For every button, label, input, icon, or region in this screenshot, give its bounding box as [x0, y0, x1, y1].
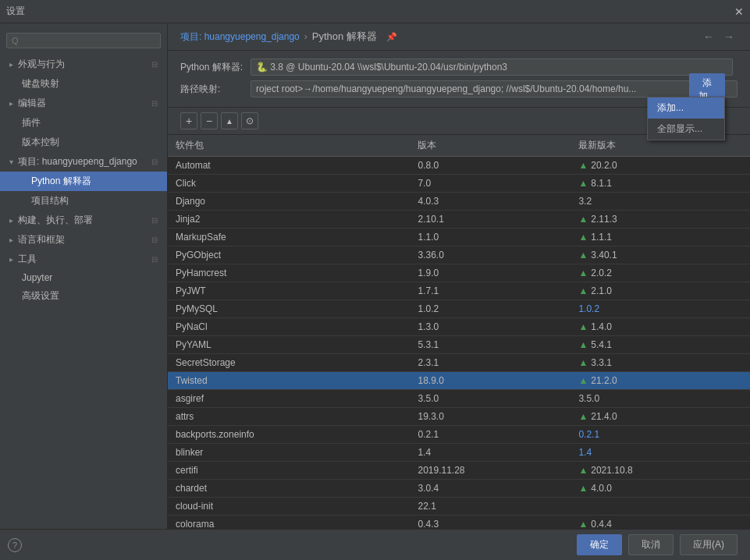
interpreter-label: Python 解释器: [180, 61, 251, 74]
dropdown-add[interactable]: 添加... [648, 97, 724, 119]
table-row[interactable]: Twisted 18.9.0 ▲21.2.0 [168, 372, 750, 390]
path-input[interactable] [251, 80, 738, 97]
pkg-version: 19.3.0 [410, 408, 570, 426]
pkg-name: attrs [168, 408, 410, 426]
nav-forward-button[interactable]: → [720, 30, 738, 43]
table-row[interactable]: attrs 19.3.0 ▲21.4.0 [168, 408, 750, 426]
table-row[interactable]: colorama 0.4.3 ▲0.4.4 [168, 516, 750, 530]
sidebar-item-editor[interactable]: ▸编辑器⊟ [0, 94, 167, 113]
pkg-version: 3.36.0 [410, 246, 570, 264]
pkg-version: 3.0.4 [410, 480, 570, 498]
table-row[interactable]: cloud-init 22.1 [168, 498, 750, 516]
table-row[interactable]: Automat 0.8.0 ▲20.2.0 [168, 157, 750, 175]
help-icon[interactable]: ? [8, 538, 22, 552]
pkg-version: 4.0.3 [410, 193, 570, 211]
pkg-latest: ▲8.1.1 [570, 175, 750, 193]
show-details-button[interactable]: ⊙ [241, 112, 258, 129]
pkg-latest: 1.4 [570, 444, 750, 462]
sidebar-item-vcs[interactable]: 版本控制 [0, 133, 167, 152]
apply-button[interactable]: 应用(A) [680, 534, 738, 555]
table-row[interactable]: PyMySQL 1.0.2 1.0.2 [168, 300, 750, 318]
table-row[interactable]: Django 4.0.3 3.2 [168, 193, 750, 211]
col-name: 软件包 [168, 135, 410, 157]
pkg-latest: 1.0.2 [570, 300, 750, 318]
table-row[interactable]: SecretStorage 2.3.1 ▲3.3.1 [168, 354, 750, 372]
table-row[interactable]: MarkupSafe 1.1.0 ▲1.1.1 [168, 229, 750, 246]
sidebar-item-languages[interactable]: ▸语言和框架⊟ [0, 230, 167, 250]
sidebar-item-python-interpreter[interactable]: Python 解释器 [0, 172, 167, 191]
pkg-name: blinker [168, 444, 410, 462]
upgrade-arrow: ▲ [578, 232, 588, 243]
pkg-latest: ▲3.3.1 [570, 354, 750, 372]
sidebar-item-project[interactable]: ▾项目: huangyuepeng_django⊟ [0, 152, 167, 172]
close-icon[interactable]: ✕ [734, 5, 744, 18]
sidebar-item-jupyter[interactable]: Jupyter [0, 269, 167, 286]
sidebar-label-project: 项目: huangyuepeng_django [18, 155, 137, 168]
table-row[interactable]: Click 7.0 ▲8.1.1 [168, 175, 750, 193]
pkg-name: PyGObject [168, 246, 410, 264]
dropdown-show-all[interactable]: 全部显示... [648, 119, 724, 140]
sidebar-item-tools[interactable]: ▸工具⊟ [0, 250, 167, 269]
sidebar: ▸外观与行为⊟键盘映射▸编辑器⊟插件版本控制▾项目: huangyuepeng_… [0, 23, 168, 529]
sidebar-item-keymap[interactable]: 键盘映射 [0, 74, 167, 94]
pkg-latest: ▲21.4.0 [570, 408, 750, 426]
upgrade-package-button[interactable]: ▲ [221, 112, 238, 129]
remove-package-button[interactable]: − [201, 112, 218, 129]
pkg-version: 1.7.1 [410, 282, 570, 300]
pkg-version: 2.10.1 [410, 211, 570, 229]
sidebar-label-vcs: 版本控制 [22, 136, 59, 149]
table-row[interactable]: blinker 1.4 1.4 [168, 444, 750, 462]
nav-back-button[interactable]: ← [700, 30, 717, 43]
table-row[interactable]: certifi 2019.11.28 ▲2021.10.8 [168, 462, 750, 480]
pkg-name: Django [168, 193, 410, 211]
table-row[interactable]: PyJWT 1.7.1 ▲2.1.0 [168, 282, 750, 300]
sidebar-label-appearance: 外观与行为 [18, 58, 65, 71]
sidebar-item-project-structure[interactable]: 项目结构 [0, 191, 167, 211]
sidebar-settings-appearance: ⊟ [151, 60, 158, 69]
pkg-version: 0.8.0 [410, 157, 570, 175]
sidebar-item-appearance[interactable]: ▸外观与行为⊟ [0, 55, 167, 74]
sidebar-item-advanced[interactable]: 高级设置 [0, 286, 167, 306]
expand-arrow-build: ▸ [9, 216, 13, 225]
pkg-version: 1.1.0 [410, 229, 570, 246]
breadcrumb-project[interactable]: 项目: huangyuepeng_django [180, 30, 300, 44]
table-row[interactable]: PyHamcrest 1.9.0 ▲2.0.2 [168, 264, 750, 282]
upgrade-arrow: ▲ [578, 160, 588, 171]
interpreter-row: Python 解释器: 添加... 添加... 全部显示... [180, 58, 738, 76]
pkg-latest: ▲2021.10.8 [570, 462, 750, 480]
pkg-version: 7.0 [410, 175, 570, 193]
pkg-version: 1.3.0 [410, 318, 570, 336]
expand-arrow-appearance: ▸ [9, 60, 13, 69]
table-row[interactable]: PyNaCl 1.3.0 ▲1.4.0 [168, 318, 750, 336]
search-input[interactable] [6, 33, 161, 48]
expand-arrow-project: ▾ [9, 158, 13, 166]
title-bar: 设置 ✕ [0, 0, 750, 23]
table-row[interactable]: chardet 3.0.4 ▲4.0.0 [168, 480, 750, 498]
sidebar-settings-project: ⊟ [151, 158, 158, 166]
sidebar-label-editor: 编辑器 [18, 97, 46, 110]
sidebar-item-build[interactable]: ▸构建、执行、部署⊟ [0, 211, 167, 230]
cancel-button[interactable]: 取消 [628, 534, 674, 555]
table-row[interactable]: Jinja2 2.10.1 ▲2.11.3 [168, 211, 750, 229]
pin-icon: 📌 [386, 32, 397, 42]
interpreter-input[interactable] [251, 58, 733, 76]
pkg-version: 0.2.1 [410, 426, 570, 444]
confirm-button[interactable]: 确定 [577, 534, 622, 555]
pkg-name: PyHamcrest [168, 264, 410, 282]
pkg-name: Twisted [168, 372, 410, 390]
sidebar-item-plugins[interactable]: 插件 [0, 113, 167, 133]
table-row[interactable]: PyYAML 5.3.1 ▲5.4.1 [168, 336, 750, 354]
sidebar-label-advanced: 高级设置 [22, 289, 59, 303]
pkg-version: 3.5.0 [410, 390, 570, 408]
table-row[interactable]: asgiref 3.5.0 3.5.0 [168, 390, 750, 408]
pkg-latest: 0.2.1 [570, 426, 750, 444]
pkg-latest [570, 498, 750, 516]
expand-arrow-languages: ▸ [9, 236, 13, 244]
table-row[interactable]: backports.zoneinfo 0.2.1 0.2.1 [168, 426, 750, 444]
bottom-bar: ? 确定 取消 应用(A) [0, 529, 750, 560]
add-package-button[interactable]: + [180, 112, 197, 129]
pkg-name: asgiref [168, 390, 410, 408]
table-row[interactable]: PyGObject 3.36.0 ▲3.40.1 [168, 246, 750, 264]
expand-arrow-editor: ▸ [9, 99, 13, 108]
upgrade-arrow: ▲ [578, 411, 588, 422]
